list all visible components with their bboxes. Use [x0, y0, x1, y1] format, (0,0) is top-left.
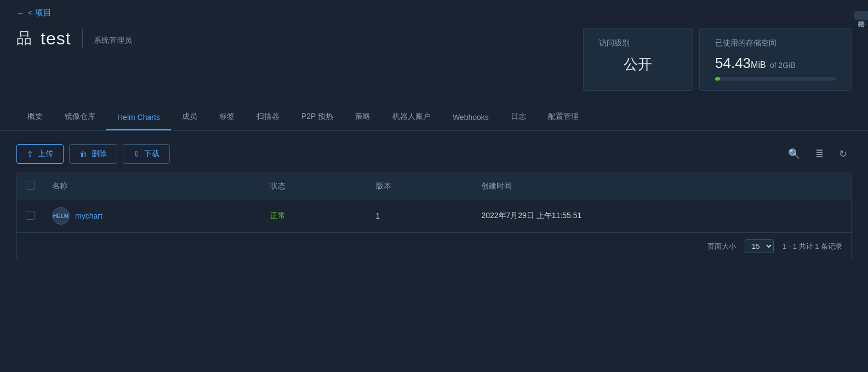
tab-policy[interactable]: 策略	[344, 107, 381, 130]
toolbar: ⇧ 上传 🗑 删除 ⇩ 下载 🔍 ≣ ↻	[16, 144, 852, 164]
tab-logs[interactable]: 日志	[500, 107, 537, 130]
row-version-cell: 1	[367, 199, 473, 233]
download-button[interactable]: ⇩ 下载	[123, 144, 170, 164]
upload-button[interactable]: ⇧ 上传	[16, 144, 64, 164]
tab-config[interactable]: 配置管理	[537, 107, 590, 130]
table-container: 名称 状态 版本 创建时间 HELM mychart 正常	[16, 173, 852, 260]
storage-unit: MiB	[751, 60, 766, 70]
storage-bar-fill	[715, 77, 720, 81]
tab-robot[interactable]: 机器人账户	[381, 107, 442, 130]
table-header-row: 名称 状态 版本 创建时间	[17, 173, 851, 199]
access-card-value: 公开	[599, 55, 677, 74]
pagination-row: 页面大小 15 25 50 1 - 1 共计 1 条记录	[17, 233, 851, 260]
upload-icon: ⇧	[27, 150, 33, 158]
helm-charts-table: 名称 状态 版本 创建时间 HELM mychart 正常	[17, 173, 851, 260]
tab-scanner[interactable]: 扫描器	[245, 107, 290, 130]
main-content: ⇧ 上传 🗑 删除 ⇩ 下载 🔍 ≣ ↻	[0, 131, 868, 273]
info-cards: 访问级别 公开 已使用的存储空间 54.43MiB of 2GiB	[583, 28, 852, 91]
status-badge: 正常	[270, 211, 285, 220]
toolbar-left: ⇧ 上传 🗑 删除 ⇩ 下载	[16, 144, 170, 164]
tab-webhooks[interactable]: Webhooks	[442, 108, 500, 130]
tabs-section: 概要镜像仓库Helm Charts成员标签扫描器P2P 预热策略机器人账户Web…	[0, 96, 868, 131]
back-link[interactable]: ← < 项目	[0, 0, 868, 22]
row-checkbox[interactable]	[26, 211, 35, 220]
row-created-cell: 2022年7月29日 上午11:55:51	[472, 199, 851, 233]
tab-overview[interactable]: 概要	[16, 107, 54, 130]
storage-used: 54.43	[715, 55, 751, 71]
refresh-icon: ↻	[839, 148, 847, 160]
table-row: HELM mychart 正常 1 2022年7月29日 上午11:55:51	[17, 199, 851, 233]
delete-label: 删除	[92, 149, 107, 159]
pagination-cell: 页面大小 15 25 50 1 - 1 共计 1 条记录	[17, 233, 851, 260]
download-label: 下载	[144, 149, 159, 159]
name-column-header: 名称	[43, 173, 261, 199]
row-status-cell: 正常	[261, 199, 367, 233]
storage-card: 已使用的存储空间 54.43MiB of 2GiB	[699, 28, 852, 91]
access-level-card: 访问级别 公开	[583, 28, 693, 91]
tab-members[interactable]: 成员	[171, 107, 208, 130]
project-role: 系统管理员	[94, 36, 132, 45]
storage-of: of	[770, 61, 779, 70]
select-all-checkbox[interactable]	[26, 181, 35, 190]
pagination-summary: 1 - 1 共计 1 条记录	[783, 242, 842, 251]
created-column-header: 创建时间	[472, 173, 851, 199]
header-section: 品 test 系统管理员 访问级别 公开 已使用的存储空间 54.43MiB o…	[0, 22, 868, 91]
back-arrow-icon: ←	[16, 8, 25, 18]
search-icon: 🔍	[788, 148, 800, 160]
project-name: test	[41, 28, 71, 49]
page-size-select[interactable]: 15 25 50	[745, 239, 774, 253]
delete-icon: 🗑	[79, 150, 87, 158]
status-column-header: 状态	[261, 173, 367, 199]
storage-bar-container	[715, 77, 836, 81]
tab-tags[interactable]: 标签	[208, 107, 245, 130]
page-size-label: 页面大小	[707, 242, 736, 251]
grid-list-icon: ≣	[815, 148, 824, 160]
row-name-cell: HELM mychart	[43, 199, 261, 233]
back-label: < 项目	[28, 8, 52, 18]
pagination-info: 页面大小 15 25 50 1 - 1 共计 1 条记录	[26, 239, 842, 253]
tab-p2p[interactable]: P2P 预热	[290, 107, 344, 130]
tab-helm[interactable]: Helm Charts	[106, 108, 171, 130]
project-title: 品 test 系统管理员	[16, 28, 132, 49]
title-divider	[82, 28, 83, 48]
view-toggle-button[interactable]: ≣	[811, 146, 828, 162]
storage-value: 54.43MiB of 2GiB	[715, 55, 836, 72]
chart-name-link[interactable]: mychart	[75, 211, 102, 220]
tabs-list: 概要镜像仓库Helm Charts成员标签扫描器P2P 预热策略机器人账户Web…	[16, 107, 852, 130]
storage-card-title: 已使用的存储空间	[715, 38, 836, 48]
refresh-button[interactable]: ↻	[835, 146, 852, 162]
version-column-header: 版本	[367, 173, 473, 199]
storage-total: 2GiB	[778, 61, 795, 70]
upload-label: 上传	[38, 149, 53, 159]
right-panel-hint[interactable]: 拓扑结构	[854, 11, 868, 20]
toolbar-right: 🔍 ≣ ↻	[784, 146, 852, 162]
row-checkbox-cell	[17, 199, 43, 233]
download-icon: ⇩	[133, 150, 140, 158]
search-button[interactable]: 🔍	[784, 146, 804, 162]
project-icon: 品	[16, 28, 32, 49]
helm-logo: HELM	[52, 207, 70, 225]
delete-button[interactable]: 🗑 删除	[69, 144, 117, 164]
access-card-title: 访问级别	[599, 38, 677, 48]
tab-registry[interactable]: 镜像仓库	[54, 107, 106, 130]
select-all-header	[17, 173, 43, 199]
